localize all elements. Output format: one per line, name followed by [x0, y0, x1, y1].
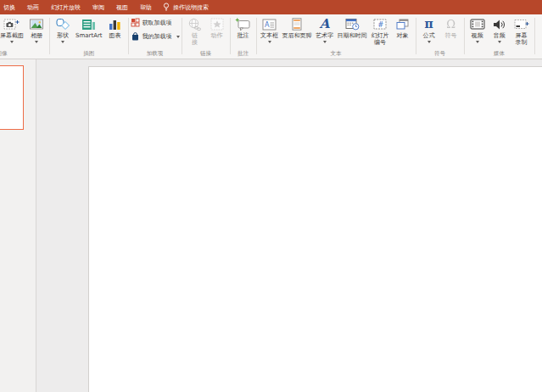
tab-slideshow[interactable]: 幻灯片放映	[45, 0, 87, 14]
dropdown-arrow-icon	[35, 41, 38, 43]
smartart-button[interactable]: SmartArt	[74, 14, 104, 39]
group-label-text: 文本	[331, 50, 342, 59]
group-label-symbols: 符号	[434, 50, 445, 59]
video-icon	[470, 17, 485, 31]
textbox-button[interactable]: A 文本框	[259, 14, 281, 43]
tab-help[interactable]: 帮助	[134, 0, 158, 14]
ribbon-insert-tab: 屏幕截图 相册 图像	[0, 14, 542, 59]
tab-view[interactable]: 视图	[110, 0, 134, 14]
group-media: 视频 音频 屏幕录制 媒体	[465, 14, 534, 59]
link-button: 链接	[184, 14, 206, 46]
formula-pi-icon: π	[424, 17, 433, 31]
get-addins-icon	[131, 18, 140, 29]
wordart-icon: A	[320, 17, 330, 31]
chart-icon	[109, 17, 121, 31]
audio-button[interactable]: 音频	[489, 14, 511, 43]
dropdown-arrow-icon	[498, 41, 501, 43]
group-text: A 文本框 页眉和页脚 A 艺术字	[257, 14, 416, 59]
get-addins-button[interactable]: 获取加载项	[131, 18, 172, 28]
lightbulb-icon	[163, 3, 170, 13]
chart-button[interactable]: 图表	[104, 14, 126, 39]
group-label-addins: 加载项	[147, 50, 164, 59]
group-label-comments: 批注	[237, 50, 249, 59]
tab-transitions[interactable]: 切换	[0, 0, 21, 14]
dropdown-arrow-icon	[176, 36, 180, 38]
svg-text:A: A	[265, 20, 270, 28]
header-footer-icon	[292, 17, 302, 31]
my-addins-button[interactable]: 我的加载项	[131, 31, 180, 42]
object-button[interactable]: 对象	[392, 14, 414, 39]
equation-button[interactable]: π 公式	[418, 14, 440, 43]
screen-record-icon	[514, 17, 529, 31]
dropdown-arrow-icon	[476, 41, 479, 43]
dropdown-arrow-icon	[323, 41, 327, 43]
photo-album-button[interactable]: 相册	[25, 14, 47, 43]
dropdown-arrow-icon	[427, 41, 431, 43]
photo-album-icon	[29, 17, 44, 31]
screenshot-icon	[3, 17, 20, 31]
tab-animations[interactable]: 动画	[21, 0, 45, 14]
link-globe-icon	[187, 17, 202, 31]
video-button[interactable]: 视频	[467, 14, 489, 43]
powerpoint-window: 切换 动画 幻灯片放映 审阅 视图 帮助 操作说明搜索 屏幕截图	[0, 0, 542, 392]
shapes-icon	[56, 17, 70, 31]
group-links: 链接 动作 链接	[182, 14, 230, 59]
slide-canvas[interactable]	[88, 66, 542, 392]
textbox-icon: A	[262, 17, 277, 31]
group-symbols: π 公式 Ω 符号 符号	[416, 14, 464, 59]
audio-icon	[493, 17, 506, 31]
group-label-illustrations: 插图	[83, 50, 94, 59]
slide-number-button[interactable]: # 幻灯片编号	[369, 14, 392, 46]
slide-thumbnail-panel[interactable]	[0, 59, 36, 392]
group-label-images: 图像	[0, 50, 8, 59]
omega-icon: Ω	[446, 17, 455, 31]
datetime-icon	[345, 17, 360, 31]
group-label-links: 链接	[200, 50, 211, 59]
object-icon	[396, 17, 409, 31]
smartart-icon	[81, 17, 96, 31]
header-footer-button[interactable]: 页眉和页脚	[281, 14, 314, 39]
group-addins: 获取加载项 我的加载项 加载项	[129, 14, 182, 59]
tab-review[interactable]: 审阅	[87, 0, 110, 14]
action-button: 动作	[206, 14, 228, 39]
svg-text:#: #	[377, 20, 383, 29]
group-illustrations: 形状 SmartArt 图表 插图	[50, 14, 128, 59]
slide-number-icon: #	[373, 17, 387, 31]
search-label: 操作说明搜索	[173, 3, 209, 12]
screen-record-button[interactable]: 屏幕录制	[511, 14, 533, 46]
dropdown-arrow-icon	[268, 41, 271, 43]
wordart-button[interactable]: A 艺术字	[314, 14, 336, 43]
screenshot-button[interactable]: 屏幕截图	[0, 14, 25, 43]
my-addins-icon	[131, 31, 140, 42]
slide-thumbnail-selected[interactable]	[0, 65, 24, 130]
dropdown-arrow-icon	[10, 41, 14, 43]
date-time-button[interactable]: 日期和时间	[336, 14, 369, 39]
comment-icon	[235, 17, 251, 31]
dropdown-arrow-icon	[61, 41, 64, 43]
comment-button[interactable]: 批注	[232, 14, 254, 39]
menu-bar: 切换 动画 幻灯片放映 审阅 视图 帮助 操作说明搜索	[0, 0, 542, 14]
shapes-button[interactable]: 形状	[52, 14, 74, 43]
editing-workspace	[36, 59, 542, 392]
content-area	[0, 59, 542, 392]
tell-me-search[interactable]: 操作说明搜索	[163, 3, 209, 13]
group-comments: 批注 批注	[231, 14, 256, 59]
group-images: 屏幕截图 相册 图像	[0, 14, 49, 59]
group-label-media: 媒体	[494, 50, 505, 59]
symbol-button: Ω 符号	[440, 14, 462, 39]
group-separator	[534, 18, 535, 54]
action-star-icon	[210, 17, 224, 31]
